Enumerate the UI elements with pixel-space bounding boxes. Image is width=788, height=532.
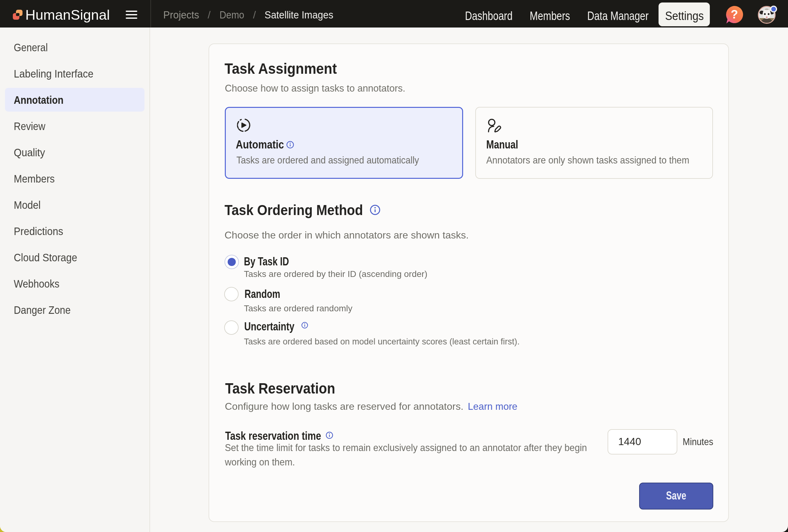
svg-text:?: ? <box>731 8 738 21</box>
